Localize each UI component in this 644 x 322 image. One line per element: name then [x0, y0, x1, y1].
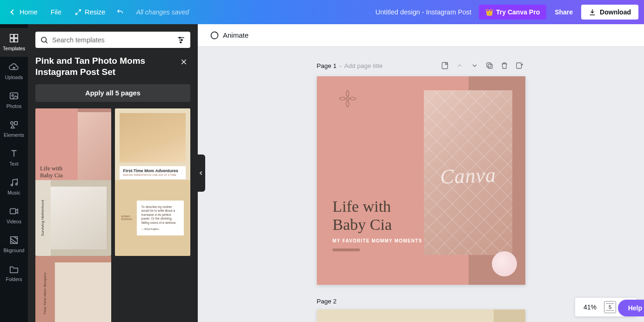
background-icon	[8, 235, 20, 246]
home-label: Home	[20, 8, 38, 16]
help-button[interactable]: Help	[618, 300, 644, 316]
svg-point-12	[41, 37, 47, 42]
template-thumb-5[interactable]: First-Time Mom Bloopers	[35, 256, 111, 322]
help-label: Help	[628, 304, 642, 312]
chevron-down-icon	[471, 62, 478, 69]
page-number: Page 2	[317, 298, 337, 305]
page-1-canvas[interactable]: Canva Life with Baby Cia MY FAVORITE MOM…	[317, 76, 525, 285]
add-page-button[interactable]	[513, 60, 525, 72]
elements-icon	[8, 119, 20, 130]
try-pro-button[interactable]: 👑 Try Canva Pro	[479, 5, 546, 20]
page-title-input[interactable]: Add page title	[344, 62, 383, 69]
main-row: Templates Uploads Photos Elements Text	[0, 24, 644, 322]
chevron-up-icon	[456, 62, 463, 69]
videos-icon	[8, 206, 20, 217]
thumb-right	[51, 180, 111, 256]
photos-icon	[8, 90, 20, 101]
page-count-button[interactable]: 5	[604, 301, 616, 313]
download-label: Download	[600, 8, 631, 16]
trash-icon	[500, 61, 509, 70]
template-thumb-3[interactable]: Surviving Motherhood	[35, 180, 111, 256]
folders-icon	[8, 263, 20, 275]
nav-background[interactable]: Bkground	[0, 230, 28, 259]
search-templates[interactable]	[35, 32, 190, 48]
page-number: Page 1	[317, 62, 337, 69]
animate-button[interactable]: Animate	[206, 28, 252, 43]
nav-videos[interactable]: Videos	[0, 201, 28, 230]
topbar-left: Home File Resize All changes saved	[6, 6, 189, 19]
svg-point-9	[16, 183, 18, 185]
svg-rect-0	[10, 34, 13, 38]
file-menu[interactable]: File	[45, 6, 67, 19]
thumb-caption: First-Time Mom Adventures MAKING PARENTH…	[120, 166, 186, 179]
home-button[interactable]: Home	[6, 6, 43, 19]
page-count: 5	[609, 304, 611, 310]
search-input[interactable]	[52, 36, 173, 44]
text-icon	[8, 148, 20, 159]
download-icon	[589, 8, 596, 16]
thumb-title-line2: Baby Cia	[40, 172, 63, 179]
nav-elements[interactable]: Elements	[0, 114, 28, 143]
top-bar: Home File Resize All changes saved Untit…	[0, 0, 644, 24]
canvas-title[interactable]: Life with Baby Cia	[333, 197, 392, 234]
panel-header: Pink and Tan Photo Moms Instagram Post S…	[28, 48, 198, 78]
nav-label: Uploads	[5, 74, 23, 80]
templates-panel: Pink and Tan Photo Moms Instagram Post S…	[28, 24, 198, 322]
canvas-area: Animate Page 1 - Add page title	[198, 24, 644, 322]
svg-point-14	[181, 39, 182, 40]
close-button[interactable]	[177, 55, 190, 68]
zoom-level[interactable]: 41%	[581, 302, 599, 313]
undo-button[interactable]	[113, 6, 127, 19]
undo-icon	[116, 8, 124, 16]
filter-icon[interactable]	[176, 35, 186, 45]
nav-text[interactable]: Text	[0, 143, 28, 172]
nav-label: Folders	[6, 276, 22, 282]
flower-icon	[96, 169, 108, 181]
flower-decoration	[492, 251, 517, 276]
share-label: Share	[555, 8, 573, 16]
resize-button[interactable]: Resize	[69, 6, 111, 19]
page-2-block: Page 2	[317, 298, 525, 322]
apply-all-button[interactable]: Apply all 5 pages	[35, 84, 190, 102]
canvas-subtitle[interactable]: MY FAVORITE MOMMY MOMENTS	[333, 238, 423, 243]
ornament-icon	[336, 87, 359, 110]
template-thumb-2[interactable]: First-Time Mom Adventures MAKING PARENTH…	[115, 108, 191, 184]
resize-label: Resize	[85, 8, 105, 16]
svg-point-8	[11, 184, 13, 186]
document-title[interactable]: Untitled design - Instagram Post	[376, 8, 471, 16]
chevron-left-icon	[10, 9, 15, 14]
nav-templates[interactable]: Templates	[0, 28, 28, 57]
nav-music[interactable]: Music	[0, 172, 28, 201]
nav-uploads[interactable]: Uploads	[0, 57, 28, 86]
delete-page-button[interactable]	[498, 60, 510, 72]
svg-rect-2	[10, 39, 13, 42]
nav-label: Elements	[4, 132, 24, 138]
notes-button[interactable]	[439, 60, 451, 72]
page-2-canvas[interactable]	[317, 309, 525, 322]
quote-text: To describe my mother would be to write …	[141, 205, 179, 225]
thumb-photo	[55, 262, 111, 322]
svg-point-15	[180, 41, 181, 43]
template-thumb-4[interactable]: MOMMY MUSINGS To describe my mother woul…	[115, 180, 191, 256]
music-icon	[8, 177, 20, 188]
save-status: All changes saved	[136, 8, 189, 16]
workspace[interactable]: Page 1 - Add page title	[198, 47, 644, 322]
thumb-side-text: Surviving Motherhood	[41, 200, 45, 236]
nav-label: Text	[9, 161, 18, 167]
thumb-sidebar: First-Time Mom Bloopers	[35, 256, 55, 322]
download-button[interactable]: Download	[581, 5, 638, 20]
templates-icon	[8, 33, 20, 44]
duplicate-page-button[interactable]	[483, 60, 496, 72]
canvas-photo[interactable]: Canva	[424, 90, 512, 255]
share-button[interactable]: Share	[548, 5, 579, 20]
svg-point-6	[11, 122, 13, 125]
nav-photos[interactable]: Photos	[0, 86, 28, 114]
move-down-button[interactable]	[469, 60, 481, 72]
nav-folders[interactable]: Folders	[0, 259, 28, 288]
thumb-label: MOMMY MUSINGS	[121, 215, 132, 221]
thumb-subtitle: MAKING PARENTHOOD ONE DAY AT A TIME	[123, 174, 182, 176]
thumb-text: Life with Baby Cia	[40, 165, 73, 179]
animate-icon	[210, 31, 219, 40]
svg-rect-7	[14, 122, 17, 125]
template-thumb-1[interactable]: Life with Baby Cia	[35, 108, 111, 184]
